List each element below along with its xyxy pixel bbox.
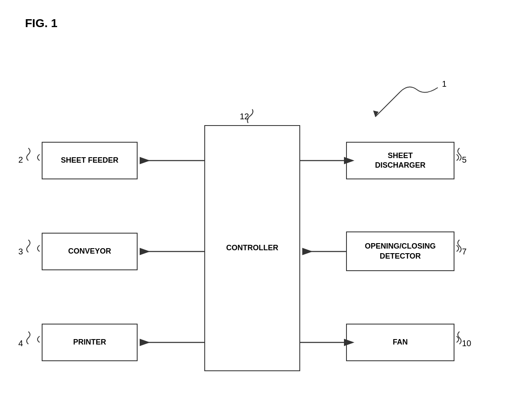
svg-line-2 — [375, 92, 400, 117]
ref-2: 2 — [18, 155, 23, 165]
ref-1: 1 — [442, 79, 447, 89]
ref-3: 3 — [18, 247, 23, 257]
printer-box: PRINTER — [42, 324, 138, 361]
diagram-container: FIG. 1 1 12 2 3 4 5 7 10 SHEET FEEDER CO… — [0, 0, 517, 420]
sheet-discharger-box: SHEETDISCHARGER — [346, 142, 454, 179]
ref-4: 4 — [18, 339, 23, 348]
ref-7: 7 — [462, 247, 467, 257]
opening-closing-detector-box: OPENING/CLOSINGDETECTOR — [346, 231, 454, 271]
fan-box: FAN — [346, 324, 454, 361]
conveyor-box: CONVEYOR — [42, 233, 138, 270]
ref-10: 10 — [462, 339, 471, 348]
ref-5: 5 — [462, 155, 467, 165]
ref-12: 12 — [240, 112, 249, 121]
sheet-feeder-box: SHEET FEEDER — [42, 142, 138, 179]
controller-box: CONTROLLER — [204, 125, 300, 371]
figure-label: FIG. 1 — [25, 17, 58, 30]
svg-marker-3 — [373, 111, 379, 117]
